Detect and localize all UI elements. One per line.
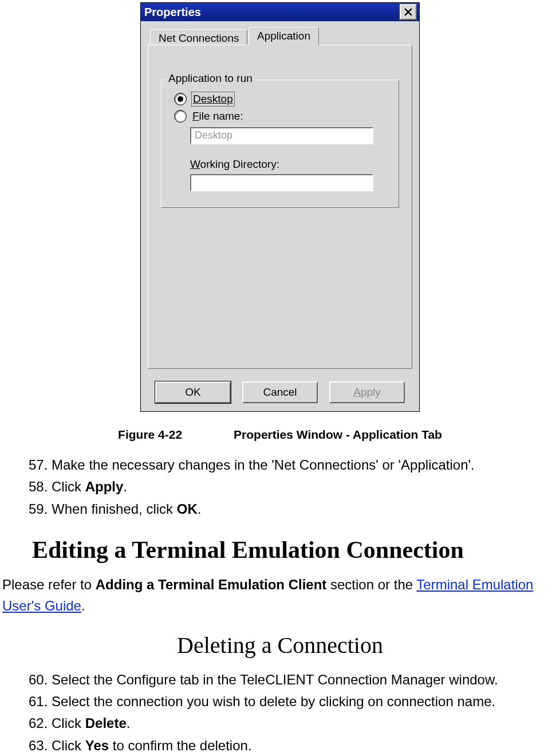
radio-desktop-label: Desktop bbox=[192, 93, 234, 105]
radio-icon bbox=[174, 110, 187, 123]
group-legend: Application to run bbox=[166, 72, 255, 85]
step-63: 63. Click Yes to confirm the deletion. bbox=[29, 735, 560, 752]
working-directory-input[interactable] bbox=[190, 174, 373, 191]
step-62: 62. Click Delete. bbox=[29, 712, 560, 734]
radio-icon bbox=[174, 93, 187, 105]
ok-button[interactable]: OK bbox=[155, 381, 231, 403]
step-61: 61. Select the connection you wish to de… bbox=[29, 691, 560, 712]
step-59: 59. When finished, click OK. bbox=[29, 498, 560, 520]
heading-deleting: Deleting a Connection bbox=[0, 632, 560, 659]
tabstrip: Net Connections Application bbox=[150, 27, 412, 45]
dialog-buttons: OK Cancel Apply bbox=[148, 381, 412, 403]
heading-editing: Editing a Terminal Emulation Connection bbox=[32, 536, 560, 564]
step-60: 60. Select the Configure tab in the Tele… bbox=[29, 669, 560, 691]
step-58: 58. Click Apply. bbox=[29, 476, 560, 498]
steps-57-59: 57. Make the necessary changes in the 'N… bbox=[29, 454, 560, 520]
figure-number: Figure 4-22 bbox=[118, 428, 182, 442]
application-tab-panel: Application to run Desktop File name: De… bbox=[148, 45, 412, 369]
apply-button[interactable]: Apply bbox=[329, 381, 405, 403]
cancel-button[interactable]: Cancel bbox=[242, 381, 318, 403]
filename-input[interactable]: Desktop bbox=[190, 127, 373, 144]
radio-filename-label: File name: bbox=[192, 110, 243, 123]
radio-desktop[interactable]: Desktop bbox=[174, 93, 386, 105]
close-icon bbox=[404, 8, 412, 16]
window-title: Properties bbox=[144, 6, 400, 19]
close-button[interactable] bbox=[400, 4, 417, 20]
working-directory-label: Working Directory: bbox=[190, 158, 386, 171]
properties-dialog: Properties Net Connections Application A… bbox=[140, 2, 420, 412]
titlebar: Properties bbox=[141, 3, 419, 21]
radio-filename[interactable]: File name: bbox=[174, 110, 386, 123]
dialog-body: Net Connections Application Application … bbox=[141, 21, 419, 411]
paragraph-refer: Please refer to Adding a Terminal Emulat… bbox=[2, 574, 553, 616]
figure-caption: Figure 4-22 Properties Window - Applicat… bbox=[0, 428, 560, 442]
properties-dialog-wrap: Properties Net Connections Application A… bbox=[0, 0, 560, 412]
application-to-run-group: Application to run Desktop File name: De… bbox=[161, 80, 399, 208]
steps-60-63: 60. Select the Configure tab in the Tele… bbox=[29, 669, 560, 752]
tab-application[interactable]: Application bbox=[249, 27, 319, 46]
figure-title: Properties Window - Application Tab bbox=[234, 428, 442, 442]
step-57: 57. Make the necessary changes in the 'N… bbox=[29, 454, 560, 476]
